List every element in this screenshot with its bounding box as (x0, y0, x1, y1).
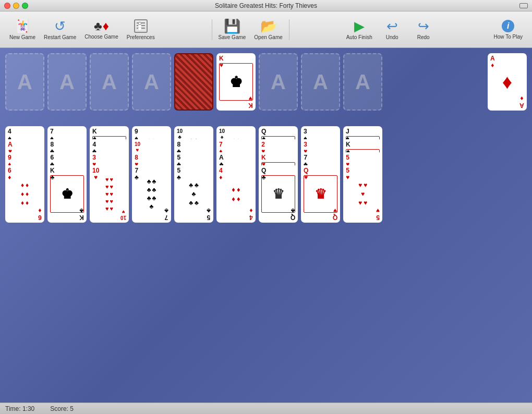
toolbar: 🃏 New Game ↺ Restart Game ♣♦ Choose Game… (0, 11, 532, 48)
card-10-hearts[interactable]: 10♥ ♥♥♥♥ ♥♥♥♥ ♥♥ 10♥ (90, 165, 129, 223)
restart-game-button[interactable]: ↺ Restart Game (40, 14, 80, 45)
status-bar: Time: 1:30 Score: 5 (0, 403, 532, 414)
game-area: A A A A K♥ ♚ K♥ A A A A♦ (0, 48, 532, 403)
preferences-button[interactable]: Preferences (123, 14, 159, 45)
columns-row: 4♠ ♠♠ ♠♠ 4♠ A♥ ♥ A♥ 9♦ ♦♦ (4, 126, 528, 397)
top-row: A A A A K♥ ♚ K♥ A A A A♦ (4, 53, 528, 121)
column-2: 7♠ ♠♠ ♠♠ ♠♠ ♠ 7♠ 8♣ ♣♣♣♣ ♣♣♣♣ (47, 126, 87, 223)
title-bar: Solitaire Greatest Hits: Forty Thieves (0, 0, 532, 11)
save-game-button[interactable]: 💾 Save Game (214, 14, 250, 45)
auto-finish-button[interactable]: ▶ Auto Finish (342, 14, 377, 45)
undo-label: Undo (386, 34, 398, 40)
choose-game-label: Choose Game (84, 34, 118, 40)
window-resize-icon (519, 3, 528, 8)
close-button[interactable] (4, 3, 10, 9)
redo-label: Redo (417, 34, 430, 40)
window-title: Solitaire Greatest Hits: Forty Thieves (215, 2, 317, 9)
open-label: Open Game (254, 34, 282, 40)
column-1: 4♠ ♠♠ ♠♠ 4♠ A♥ ♥ A♥ 9♦ ♦♦ (5, 126, 44, 223)
card-5-clubs-2[interactable]: 5♣ ♣♣ ♣ ♣♣ 5♣ (174, 165, 213, 223)
card-q-clubs[interactable]: Q♣ ♛ Q♣ (259, 165, 298, 223)
time-value: 1:30 (22, 405, 34, 412)
open-icon: 📂 (260, 19, 277, 33)
save-icon: 💾 (224, 19, 240, 33)
save-label: Save Game (219, 34, 246, 40)
time-display: Time: 1:30 (5, 405, 34, 412)
how-to-play-button[interactable]: i How To Play (490, 14, 527, 45)
foundation-slot-2[interactable]: A (47, 53, 87, 111)
maximize-button[interactable] (22, 3, 28, 9)
minimize-button[interactable] (13, 3, 19, 9)
card-4-diamonds[interactable]: 4♦ ♦♦♦♦ 4♦ (216, 165, 256, 223)
undo-button[interactable]: ↩ Undo (377, 14, 408, 45)
window-controls[interactable] (4, 3, 28, 9)
redo-button[interactable]: ↪ Redo (408, 14, 439, 45)
new-game-label: New Game (9, 34, 35, 40)
card-k-clubs[interactable]: K♣ ♚ K♣ (47, 165, 87, 223)
how-to-play-label: How To Play (494, 34, 523, 40)
choose-game-button[interactable]: ♣♦ Choose Game (80, 14, 122, 45)
column-9: J♠ ♟ J♠ K♠ ♚ K♠ 5♥ ♥♥ ♥ ♥♥ 5♥ (343, 126, 382, 223)
redo-icon: ↪ (418, 19, 429, 33)
preferences-label: Preferences (127, 34, 155, 40)
foundation-slot-7[interactable]: A (343, 53, 382, 111)
card-5-hearts-2[interactable]: 5♥ ♥♥ ♥ ♥♥ 5♥ (343, 165, 382, 223)
stock-pile[interactable] (174, 53, 213, 111)
waste-top-king-hearts[interactable]: K♥ ♚ K♥ (216, 53, 256, 111)
column-3: K♠ ♚ K♠ 4♣ ♣♣♣♣ 4♣ 3♥ ♥♥♥ (90, 126, 129, 223)
foundation-slot-4[interactable]: A (132, 53, 171, 111)
column-6: 10♠ ♠♠♠♠ ♠♠♠♠ ♠♠ 10♠ 7♦ ♦♦♦♦ ♦♦ ♦ (216, 126, 256, 223)
foundation-slot-6[interactable]: A (301, 53, 340, 111)
foundation-ace-diamonds[interactable]: A♦ ♦ A♦ (488, 53, 527, 111)
score-label: Score: (50, 405, 70, 412)
auto-finish-label: Auto Finish (346, 34, 372, 40)
foundation-slot-5[interactable]: A (259, 53, 298, 111)
score-display: Score: 5 (50, 405, 74, 412)
new-game-icon: 🃏 (14, 19, 31, 33)
card-7-clubs[interactable]: 7♣ ♣♣♣♣ ♣♣ ♣ 7♣ (132, 165, 171, 223)
auto-finish-icon: ▶ (354, 19, 365, 33)
choose-game-icon: ♣♦ (94, 20, 109, 32)
column-8: 3♠ ♠♠♠ 3♠ 3♥ ♥♥♥ 3♥ 7♣ (301, 126, 340, 223)
toolbar-divider-2 (289, 19, 289, 40)
restart-icon: ↺ (54, 19, 66, 33)
foundation-slot-3[interactable]: A (90, 53, 129, 111)
preferences-icon (134, 19, 148, 33)
time-label: Time: (5, 405, 22, 412)
score-value: 5 (70, 405, 74, 412)
new-game-button[interactable]: 🃏 New Game (5, 14, 40, 45)
card-q-hearts[interactable]: Q♥ ♛ Q♥ (301, 165, 340, 223)
restart-label: Restart Game (44, 34, 76, 40)
toolbar-divider-1 (212, 19, 212, 40)
foundation-slot-1[interactable]: A (5, 53, 44, 111)
column-5: 10♣ ♣♣♣♣ ♣♣♣♣ ♣♣ 10♣ 8♣ ♣♣♣♣ ♣♣♣♣ (174, 126, 213, 223)
info-icon: i (502, 20, 514, 32)
undo-icon: ↩ (386, 19, 398, 33)
column-7: Q♠ ♛ Q♠ 2♥ ♥♥ 2♥ K♥ ♚ K♥ Q♣ ♛ (259, 126, 298, 223)
open-game-button[interactable]: 📂 Open Game (250, 14, 286, 45)
card-6-diamonds[interactable]: 6♦ ♦♦ ♦♦ ♦♦ 6♦ (5, 165, 44, 223)
column-4: 9♠ ♠♠♠♠ ♠♠♠♠ ♠ 9♠ 10♥ ♥♥♥♥ ♥♥♥♥♥♥ (132, 126, 171, 223)
